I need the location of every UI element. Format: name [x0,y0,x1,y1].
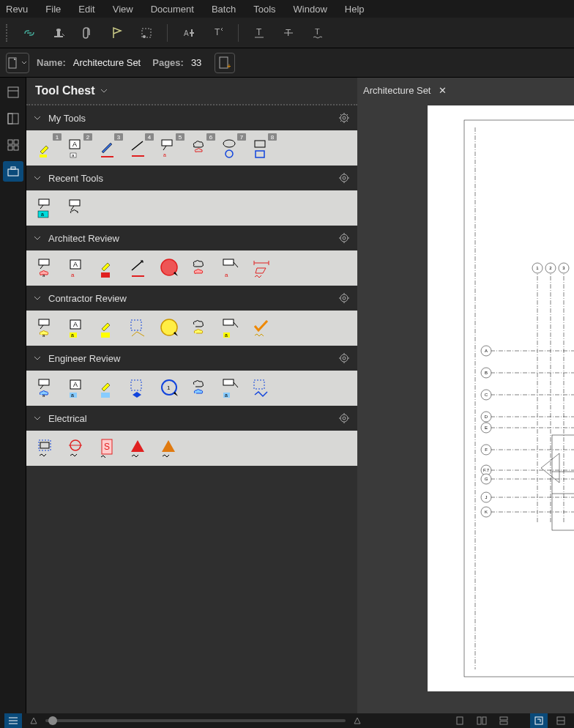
outlet-symbol-tool[interactable] [64,435,91,461]
hyperlink-tool-icon[interactable] [20,24,38,42]
callout-tool[interactable]: a5 [157,135,183,161]
fit-page-icon[interactable] [530,713,548,728]
textbox-tool[interactable]: Aa2 [64,135,91,161]
menu-file[interactable]: File [45,4,61,15]
svg-text:a: a [71,393,74,398]
cloud-red-tool[interactable] [187,255,214,281]
leader-yellow-tool[interactable]: a [218,315,245,341]
menu-tools[interactable]: Tools [253,4,275,15]
callout-blue-tool[interactable]: a [34,375,60,401]
underline-tool-icon[interactable]: T [250,24,268,42]
lasso-tool-icon[interactable] [138,24,155,42]
textbox-red-tool[interactable]: Aa [64,255,91,281]
gear-icon[interactable] [338,112,350,124]
callout-cyan-tool[interactable]: a [34,195,60,221]
measure-blue-tool[interactable] [249,375,275,401]
section-header-recent[interactable]: Recent Tools [26,166,357,190]
zoom-in-icon[interactable] [353,716,362,725]
svg-point-40 [225,150,233,157]
ellipse-tool[interactable]: 7 [218,135,245,161]
flag-tool-icon[interactable] [108,24,126,42]
attachment-tool-icon[interactable] [79,24,97,42]
svg-text:A: A [73,381,78,388]
section-header-mytools[interactable]: My Tools [26,105,357,130]
svg-rect-148 [457,717,463,724]
polyline-yellow-tool[interactable] [126,315,152,341]
line-tool[interactable]: 4 [126,135,152,161]
highlighter-yellow-tool[interactable] [95,315,122,341]
zoom-thumb[interactable] [48,716,57,725]
cloud-yellow-tool[interactable] [187,315,214,341]
close-icon[interactable]: ✕ [439,85,447,96]
cloud-tool[interactable]: 6 [187,135,214,161]
gear-icon[interactable] [338,412,350,424]
switch-symbol-tool[interactable]: S [95,435,122,461]
highlighter-redblock-tool[interactable] [95,255,122,281]
document-viewer[interactable]: Architecture Set ✕ 1 2 3 ABCDEFF.7GJK [357,78,574,713]
ellipse-filled-red-tool[interactable] [157,255,183,281]
chevron-down-icon[interactable] [100,87,108,94]
gear-icon[interactable] [338,292,350,304]
zoom-slider[interactable] [45,719,346,722]
sets-icon[interactable] [3,135,23,155]
zoom-out-icon[interactable] [29,716,38,725]
section-header-architect[interactable]: Architect Review [26,226,357,250]
gear-icon[interactable] [338,232,350,244]
ellipse-filled-yellow-tool[interactable] [157,315,183,341]
highlighter-blue-tool[interactable] [95,375,122,401]
add-page-button[interactable]: + [215,53,235,73]
textbox-tool-icon[interactable]: A [179,24,197,42]
highlighter-tool[interactable]: 1 [34,135,60,161]
polyline-blue-tool[interactable] [126,375,152,401]
leader-red-tool[interactable]: a [218,255,245,281]
document-icon[interactable] [6,53,29,73]
dimension-red-tool[interactable] [249,255,275,281]
viewer-tab-title[interactable]: Architecture Set [363,85,431,96]
gear-icon[interactable] [338,172,350,184]
file-access-icon[interactable] [3,82,23,103]
fit-width-icon[interactable] [552,713,570,728]
typewriter-tool-icon[interactable]: T [209,24,226,42]
rectangle-tool[interactable]: 8 [249,135,275,161]
menu-revu[interactable]: Revu [6,4,28,15]
tool-badge: 7 [237,133,246,141]
single-page-icon[interactable] [451,713,469,728]
panel-list-icon[interactable] [4,713,22,728]
arrow-red-tool[interactable] [126,255,152,281]
menu-batch[interactable]: Batch [212,4,236,15]
callout-yellow-tool[interactable]: a [34,315,60,341]
gear-icon[interactable] [338,352,350,364]
textbox-blue-tool[interactable]: Aa [64,375,91,401]
textbox-yellow-tool[interactable]: Aa [64,315,91,341]
strikethrough-tool-icon[interactable]: T [280,24,297,42]
svg-text:A: A [184,29,189,37]
menu-document[interactable]: Document [151,4,194,15]
section-header-engineer[interactable]: Engineer Review [26,346,357,371]
menu-edit[interactable]: Edit [78,4,94,15]
section-header-electrical[interactable]: Electrical [26,406,357,431]
svg-text:S: S [104,442,110,452]
pen-tool[interactable]: 3 [95,135,122,161]
menu-help[interactable]: Help [345,4,365,15]
menu-window[interactable]: Window [294,4,327,15]
caution-orange-tool[interactable] [157,435,183,461]
menu-view[interactable]: View [113,4,133,15]
caution-red-tool[interactable] [126,435,152,461]
split-horizontal-icon[interactable] [495,713,512,728]
check-yellow-tool[interactable] [249,315,275,341]
tool-chest-icon[interactable] [3,161,23,182]
cloud-blue-tool[interactable] [187,375,214,401]
ellipse-blue-tool[interactable]: 1 [157,375,183,401]
thumbnails-icon[interactable] [3,108,23,129]
split-vertical-icon[interactable] [473,713,491,728]
panel-symbol-tool[interactable] [34,435,60,461]
section-header-contractor[interactable]: Contractor Review [26,286,357,311]
svg-rect-25 [8,169,18,176]
callout-red-tool[interactable]: a [34,255,60,281]
squiggly-tool-icon[interactable]: T [309,24,327,42]
stamp-tool-icon[interactable] [50,24,67,42]
leader-blue-tool[interactable]: a [218,375,245,401]
footer-bar [0,713,574,728]
callout-plain-tool[interactable] [64,195,91,221]
svg-rect-60 [223,259,234,265]
